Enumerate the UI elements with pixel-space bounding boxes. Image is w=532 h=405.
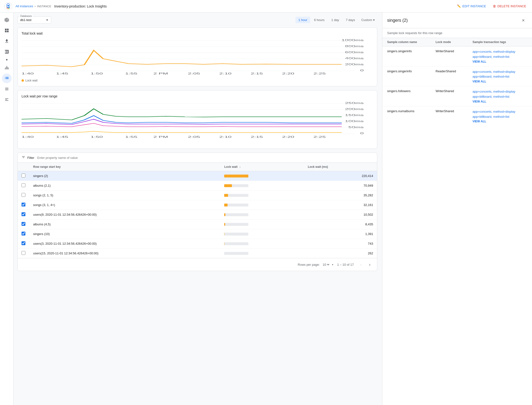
sidebar-item-list-active[interactable] [2,74,12,83]
sidebar-item-dashboard[interactable] [2,26,12,35]
database-select[interactable]: Databases db1-test ▼ [17,16,51,23]
panel-transaction-tags: app=concerts, method=displayapp=billboar… [468,66,532,86]
breadcrumb: All instances › INSTANCE Inventory-produ… [15,4,107,8]
table-row[interactable]: songs (2, 1, 5) 35,282 [18,191,377,200]
row-checkbox-cell[interactable] [18,171,29,181]
row-checkbox[interactable] [22,174,25,177]
row-checkbox[interactable] [22,222,25,226]
row-checkbox[interactable] [22,241,25,245]
sidebar-dot [6,59,7,60]
panel-subtitle: Sample lock requests for this row range [382,28,532,38]
chart-legend: Lock wait [22,79,373,82]
panel-close-button[interactable]: × [519,16,527,24]
row-checkbox[interactable] [22,251,25,255]
table-row[interactable]: singers (10) 1,391 [18,229,377,239]
row-lock-ms: 1,391 [304,229,377,239]
row-checkbox-cell[interactable] [18,200,29,210]
table-row[interactable]: users(9, 2020-11-01 12:34:56.426426+00:0… [18,210,377,220]
row-checkbox[interactable] [22,193,25,197]
tag-link[interactable]: app=concerts, method=display [473,109,527,114]
row-checkbox-cell[interactable] [18,229,29,239]
row-checkbox-cell[interactable] [18,191,29,200]
row-checkbox[interactable] [22,183,25,187]
next-page-button[interactable]: › [366,261,373,268]
svg-text:2:10: 2:10 [219,136,232,138]
legend-label-lock-wait: Lock wait [25,79,37,82]
row-checkbox-cell[interactable] [18,239,29,249]
panel-table-row: singers.followers WriterShared app=conce… [382,86,532,106]
table-row[interactable]: users(15, 2020-11-01 12:34:56.426426+00:… [18,249,377,258]
svg-text:2:05: 2:05 [188,72,200,75]
filter-input[interactable] [37,156,373,160]
panel-column-name: singers.followers [382,86,431,106]
tag-link[interactable]: app=concerts, method=display [473,69,527,74]
svg-text:50ms: 50ms [348,126,364,129]
table-row[interactable]: singers (2) 220,414 [18,171,377,181]
tag-link[interactable]: app=billboard, method=list [473,94,527,99]
row-checkbox-cell[interactable] [18,249,29,258]
main-layout: Databases db1-test ▼ 1 hour 6 hours 1 da… [0,13,532,405]
view-all-link[interactable]: VIEW ALL [473,60,527,63]
table-row[interactable]: users(3, 2020-11-01 12:34:56.426426+00:0… [18,239,377,249]
row-key: albums (2,1) [29,181,220,191]
svg-text:2:10: 2:10 [219,72,232,75]
view-all-link[interactable]: VIEW ALL [473,120,527,123]
time-btn-1day[interactable]: 1 day [328,17,342,23]
table-row[interactable]: songs (3, 1, 4+) 32,161 [18,200,377,210]
edit-label: EDIT INSTANCE [462,4,486,8]
edit-instance-button[interactable]: ✏️ EDIT INSTANCE [455,3,488,9]
tag-link[interactable]: app=billboard, method=list [473,114,527,119]
sidebar-item-list3[interactable] [2,95,12,104]
svg-text:2:25: 2:25 [313,72,326,75]
row-checkbox[interactable] [22,232,25,236]
sidebar-item-download[interactable] [2,36,12,46]
time-btn-7days[interactable]: 7 days [343,17,358,23]
tag-link[interactable]: app=concerts, method=display [473,49,527,54]
view-all-link[interactable]: VIEW ALL [473,80,527,83]
sidebar-item-logo[interactable] [2,15,12,25]
sidebar-item-table[interactable] [2,47,12,57]
time-btn-custom[interactable]: Custom ▾ [359,17,377,23]
total-lock-chart-title: Total lock wait [22,31,373,35]
tag-link[interactable]: app=concerts, method=display [473,89,527,94]
lock-per-row-chart-container: 250ms 200ms 150ms 100ms 50ms 0 [22,101,373,145]
sidebar-item-list2[interactable] [2,84,12,94]
time-btn-1hour[interactable]: 1 hour [296,17,310,23]
row-checkbox-cell[interactable] [18,220,29,229]
row-lock-ms: 32,161 [304,200,377,210]
delete-instance-button[interactable]: 🗑 DELETE INSTANCE [491,3,528,9]
chevron-down-small-icon: ▾ [332,263,333,266]
time-btn-6hours[interactable]: 6 hours [311,17,327,23]
view-all-link[interactable]: VIEW ALL [473,100,527,103]
rows-per-page-label: Rows per page: [298,263,320,266]
panel-th-lock-mode: Lock mode [431,38,468,46]
page-info: 1 – 10 of 17 [337,263,354,266]
sidebar [0,13,14,405]
svg-text:250ms: 250ms [345,102,364,104]
row-checkbox-cell[interactable] [18,210,29,220]
breadcrumb-all-instances[interactable]: All instances [15,4,33,8]
row-key: songs (2, 1, 5) [29,191,220,200]
panel-table-row: singers.singerinfo WriterShared app=conc… [382,46,532,66]
row-checkbox[interactable] [22,212,25,216]
row-bar [220,249,304,258]
svg-text:1:55: 1:55 [125,136,137,138]
rows-per-page-select[interactable]: 10 25 50 [322,263,330,267]
table-row[interactable]: albums (4,5) 8,435 [18,220,377,229]
panel-lock-mode: WriterShared [431,46,468,66]
row-checkbox-cell[interactable] [18,181,29,191]
total-lock-chart-section: Total lock wait 1000ms 800ms 600ms 400ms… [17,27,377,86]
data-table: Row range start key Lock wait ↓ Lock wai… [18,163,377,258]
tag-link[interactable]: app=billboard, method=list [473,74,527,79]
panel-table-row: singers.singerinfo ReaderShared app=conc… [382,66,532,86]
filter-label: Filter [27,156,34,160]
chevron-down-icon: ▼ [46,18,49,22]
tag-link[interactable]: app=billboard, method=list [473,54,527,59]
prev-page-button[interactable]: ‹ [358,261,364,268]
panel-column-name: singers.singerinfo [382,66,431,86]
row-checkbox[interactable] [22,203,25,206]
sidebar-item-chart[interactable] [2,63,12,73]
panel-lock-mode: ReaderShared [431,66,468,86]
table-row[interactable]: albums (2,1) 70,949 [18,181,377,191]
svg-text:400ms: 400ms [345,57,364,60]
